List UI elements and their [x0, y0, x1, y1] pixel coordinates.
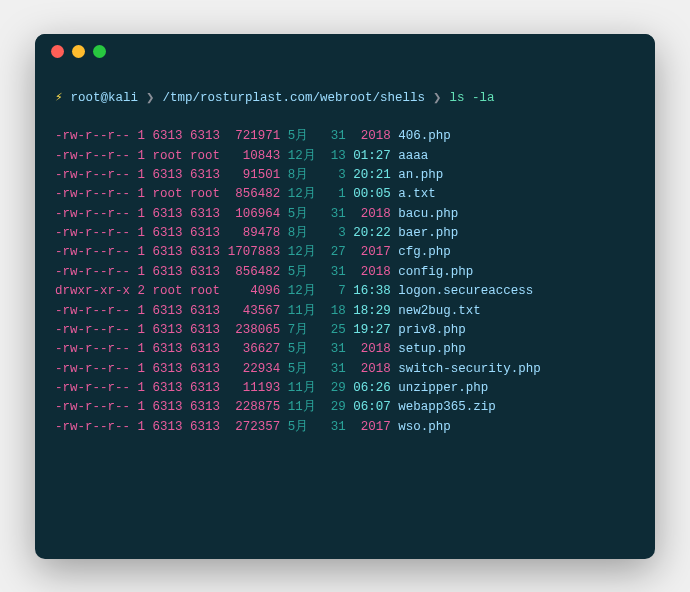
size: 106964: [228, 207, 281, 221]
day: 18: [323, 304, 346, 318]
listing-row: -rw-r--r-- 1 6313 6313 91501 8月 3 20:21 …: [55, 166, 635, 185]
filename: logon.secureaccess: [398, 284, 533, 298]
listing-row: -rw-r--r-- 1 6313 6313 43567 11月 18 18:2…: [55, 302, 635, 321]
listing-row: -rw-r--r-- 1 6313 6313 36627 5月 31 2018 …: [55, 340, 635, 359]
maximize-icon[interactable]: [93, 45, 106, 58]
user: 6313: [153, 245, 183, 259]
perms: -rw-r--r--: [55, 381, 130, 395]
month: 12月: [288, 149, 324, 163]
links: 1: [138, 323, 146, 337]
perms: drwxr-xr-x: [55, 284, 130, 298]
time-or-year: 19:27: [353, 323, 391, 337]
listing-row: -rw-r--r-- 1 6313 6313 272357 5月 31 2017…: [55, 418, 635, 437]
perms: -rw-r--r--: [55, 400, 130, 414]
size: 22934: [228, 362, 281, 376]
user: 6313: [153, 226, 183, 240]
filename: unzipper.php: [398, 381, 488, 395]
links: 1: [138, 226, 146, 240]
month: 5月: [288, 129, 324, 143]
user: root: [153, 149, 183, 163]
size: 856482: [228, 265, 281, 279]
time-or-year: 18:29: [353, 304, 391, 318]
filename: switch-security.php: [398, 362, 541, 376]
listing-row: -rw-r--r-- 1 6313 6313 721971 5月 31 2018…: [55, 127, 635, 146]
user: 6313: [153, 323, 183, 337]
listing-row: -rw-r--r-- 1 6313 6313 856482 5月 31 2018…: [55, 263, 635, 282]
user: 6313: [153, 168, 183, 182]
perms: -rw-r--r--: [55, 187, 130, 201]
listing-row: -rw-r--r-- 1 6313 6313 106964 5月 31 2018…: [55, 205, 635, 224]
perms: -rw-r--r--: [55, 265, 130, 279]
terminal-body[interactable]: ⚡ root@kali ❯ /tmp/rosturplast.com/webro…: [35, 70, 655, 559]
filename: wso.php: [398, 420, 451, 434]
day: 27: [323, 245, 346, 259]
filename: priv8.php: [398, 323, 466, 337]
prompt-host: root@kali: [71, 89, 139, 108]
group: root: [190, 187, 220, 201]
perms: -rw-r--r--: [55, 129, 130, 143]
user: 6313: [153, 207, 183, 221]
group: 6313: [190, 226, 220, 240]
links: 1: [138, 207, 146, 221]
links: 1: [138, 420, 146, 434]
month: 5月: [288, 342, 324, 356]
user: 6313: [153, 362, 183, 376]
month: 5月: [288, 207, 324, 221]
listing-row: -rw-r--r-- 1 root root 10843 12月 13 01:2…: [55, 147, 635, 166]
listing-row: -rw-r--r-- 1 6313 6313 1707883 12月 27 20…: [55, 243, 635, 262]
size: 238065: [228, 323, 281, 337]
size: 89478: [228, 226, 281, 240]
time-or-year: 20:21: [353, 168, 391, 182]
month: 12月: [288, 245, 324, 259]
listing-row: drwxr-xr-x 2 root root 4096 12月 7 16:38 …: [55, 282, 635, 301]
perms: -rw-r--r--: [55, 342, 130, 356]
prompt-line: ⚡ root@kali ❯ /tmp/rosturplast.com/webro…: [55, 88, 635, 110]
links: 1: [138, 265, 146, 279]
minimize-icon[interactable]: [72, 45, 85, 58]
size: 228875: [228, 400, 281, 414]
time-or-year: 16:38: [353, 284, 391, 298]
perms: -rw-r--r--: [55, 207, 130, 221]
prompt-path: /tmp/rosturplast.com/webroot/shells: [162, 89, 425, 108]
group: 6313: [190, 129, 220, 143]
prompt-command: ls -la: [449, 89, 494, 108]
user: 6313: [153, 265, 183, 279]
filename: an.php: [398, 168, 443, 182]
perms: -rw-r--r--: [55, 420, 130, 434]
user: 6313: [153, 129, 183, 143]
perms: -rw-r--r--: [55, 362, 130, 376]
user: 6313: [153, 400, 183, 414]
filename: 406.php: [398, 129, 451, 143]
day: 3: [323, 168, 346, 182]
time-or-year: 2018: [353, 342, 391, 356]
perms: -rw-r--r--: [55, 304, 130, 318]
links: 1: [138, 362, 146, 376]
user: root: [153, 187, 183, 201]
size: 11193: [228, 381, 281, 395]
group: 6313: [190, 342, 220, 356]
group: root: [190, 284, 220, 298]
group: 6313: [190, 420, 220, 434]
month: 5月: [288, 362, 324, 376]
links: 1: [138, 149, 146, 163]
listing-row: -rw-r--r-- 1 root root 856482 12月 1 00:0…: [55, 185, 635, 204]
day: 7: [323, 284, 346, 298]
size: 4096: [228, 284, 281, 298]
month: 7月: [288, 323, 324, 337]
perms: -rw-r--r--: [55, 168, 130, 182]
links: 1: [138, 381, 146, 395]
listing-row: -rw-r--r-- 1 6313 6313 22934 5月 31 2018 …: [55, 360, 635, 379]
group: 6313: [190, 245, 220, 259]
prompt-bolt-icon: ⚡: [55, 89, 63, 108]
links: 1: [138, 187, 146, 201]
group: root: [190, 149, 220, 163]
month: 5月: [288, 265, 324, 279]
size: 856482: [228, 187, 281, 201]
day: 31: [323, 342, 346, 356]
file-listing: -rw-r--r-- 1 6313 6313 721971 5月 31 2018…: [55, 127, 635, 437]
group: 6313: [190, 362, 220, 376]
links: 1: [138, 245, 146, 259]
size: 272357: [228, 420, 281, 434]
close-icon[interactable]: [51, 45, 64, 58]
filename: webapp365.zip: [398, 400, 496, 414]
